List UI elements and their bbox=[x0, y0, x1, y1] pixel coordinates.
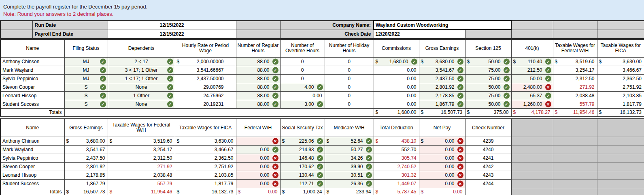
cell-social-security-tax[interactable]: 146.48✓ bbox=[280, 154, 325, 162]
cell-regular-hours[interactable]: 88.00✓ bbox=[236, 91, 280, 100]
cell-commissions[interactable]: $1,680.00✓ bbox=[374, 57, 419, 66]
cell-section-125[interactable]: 50.00✓ bbox=[465, 83, 511, 91]
cell-dependents[interactable]: 1 < 17; 1 Other✓ bbox=[108, 74, 175, 83]
dollar-sign: $ bbox=[110, 138, 113, 144]
cell-dependents[interactable]: 2 < 17✓ bbox=[108, 57, 175, 66]
cell-section-125[interactable]: 75.00✓ bbox=[465, 74, 511, 83]
correct-check-icon: ✓ bbox=[317, 180, 323, 186]
cell-total-deduction[interactable]: $438.10 bbox=[374, 137, 419, 145]
cell-medicare-wh[interactable]: $52.64✓ bbox=[325, 137, 374, 145]
cell-medicare-wh[interactable]: 30.51✓ bbox=[325, 171, 374, 179]
cell-dependents[interactable]: 1 Other✓ bbox=[108, 91, 175, 100]
cell-net-pay[interactable]: 0.00✕ bbox=[419, 171, 465, 179]
cell-net-pay[interactable]: $0.00✕ bbox=[419, 137, 465, 145]
cell-federal-wh[interactable]: ✕ bbox=[236, 137, 280, 145]
cell-gross-earnings[interactable]: 2,178.85✓ bbox=[419, 91, 465, 100]
cell-total-deduction[interactable]: 301.32 bbox=[374, 171, 419, 179]
cell-net-pay[interactable]: $0.00 bbox=[419, 188, 465, 195]
cell-401k[interactable]: 50.00✓ bbox=[511, 74, 553, 83]
run-date-value[interactable]: 12/15/2022 bbox=[108, 21, 236, 30]
cell-value: 3,630.00 bbox=[215, 138, 234, 144]
cell-taxable-wages-federal[interactable]: $11,954.46 bbox=[553, 108, 597, 117]
cell-taxable-wages-federal[interactable]: 271.92 bbox=[553, 83, 597, 91]
cell-filing-status[interactable]: MJ✓ bbox=[64, 74, 108, 83]
cell-401k[interactable]: 1,260.00✕ bbox=[511, 100, 553, 108]
cell-social-security-tax[interactable]: 214.93✓ bbox=[280, 145, 325, 154]
cell-net-pay[interactable]: 0.00✕ bbox=[419, 154, 465, 162]
column-header-gross-earnings: Gross Earnings bbox=[64, 119, 108, 137]
cell-gross-earnings[interactable]: $3,680.00✓ bbox=[419, 57, 465, 66]
cell-federal-wh[interactable]: 0.00✕ bbox=[236, 154, 280, 162]
cell-gross-earnings[interactable]: 3,541.67✓ bbox=[419, 66, 465, 74]
cell-taxable-wages-federal[interactable]: 557.79 bbox=[108, 179, 175, 188]
cell-filing-status[interactable]: MJ✓ bbox=[64, 66, 108, 74]
correct-check-icon: ✓ bbox=[317, 138, 323, 144]
cell-value: 3,466.67 bbox=[623, 67, 642, 73]
cell-section-125[interactable]: 75.00✓ bbox=[465, 91, 511, 100]
cell-medicare-wh[interactable]: 50.27✓ bbox=[325, 145, 374, 154]
cell-section-125[interactable]: 50.00✓ bbox=[465, 100, 511, 108]
cell-net-pay[interactable]: 0.00✕ bbox=[419, 179, 465, 188]
cell-filing-status[interactable]: S✓ bbox=[64, 91, 108, 100]
cell-total-deduction[interactable]: 305.74 bbox=[374, 154, 419, 162]
cell-401k[interactable]: 65.37✓ bbox=[511, 91, 553, 100]
cell-filing-status[interactable]: MJ✓ bbox=[64, 57, 108, 66]
cell-net-pay[interactable]: 0.00✕ bbox=[419, 145, 465, 154]
cell-federal-wh[interactable]: 0.00✕ bbox=[236, 162, 280, 171]
cell-overtime-hours[interactable]: 3.00✓ bbox=[280, 100, 325, 108]
company-name-value[interactable]: Wayland Custom Woodworking bbox=[374, 21, 511, 30]
cell-commissions: 0.00 bbox=[374, 91, 419, 100]
column-header-name: Name bbox=[0, 39, 64, 57]
cell-federal-wh[interactable]: $0.00 bbox=[236, 188, 280, 195]
cell-overtime-hours[interactable]: 4.00✓ bbox=[280, 83, 325, 91]
cell-federal-wh[interactable]: 0.00✕ bbox=[236, 179, 280, 188]
cell-total-deduction[interactable]: 2,740.52 bbox=[374, 162, 419, 171]
cell-total-deduction[interactable]: $5,787.45 bbox=[374, 188, 419, 195]
cell-value: 2,038.48 bbox=[153, 172, 172, 178]
cell-section-125[interactable]: 75.00✓ bbox=[465, 66, 511, 74]
cell-net-pay[interactable]: 0.00✕ bbox=[419, 162, 465, 171]
cell-check-number: 4243 bbox=[465, 171, 511, 179]
cell-regular-hours[interactable]: 88.00✓ bbox=[236, 74, 280, 83]
cell-social-security-tax[interactable]: $225.06✓ bbox=[280, 137, 325, 145]
column-header-taxable-wages-federal: Taxable Wages for Federal W/H bbox=[108, 119, 175, 137]
cell-gross-earnings[interactable]: 1,867.79✓ bbox=[419, 100, 465, 108]
cell-social-security-tax[interactable]: 112.71✓ bbox=[280, 179, 325, 188]
cell-value: 301.32 bbox=[402, 172, 417, 178]
cell-value: 0.00 bbox=[407, 93, 416, 99]
cell-medicare-wh[interactable]: 26.36✓ bbox=[325, 179, 374, 188]
cell-value: 3,254.17 bbox=[153, 147, 172, 152]
cell-401k[interactable]: 2,480.00✕ bbox=[511, 83, 553, 91]
cell-medicare-wh[interactable]: 39.90✓ bbox=[325, 162, 374, 171]
cell-value: 375.00 bbox=[494, 109, 509, 115]
cell-gross-earnings: 1,867.79 bbox=[64, 179, 108, 188]
payroll-end-date-value[interactable]: 12/15/2022 bbox=[108, 30, 236, 39]
cell-medicare-wh[interactable]: 34.26✓ bbox=[325, 154, 374, 162]
cell-dependents[interactable]: None✓ bbox=[108, 83, 175, 91]
cell-total-deduction[interactable]: 1,449.07 bbox=[374, 179, 419, 188]
cell-regular-hours[interactable]: 88.00✓ bbox=[236, 57, 280, 66]
cell-dependents[interactable]: None✓ bbox=[108, 100, 175, 108]
cell-taxable-wages-fica: 2,751.92 bbox=[597, 83, 644, 91]
cell-regular-hours[interactable]: 88.00✓ bbox=[236, 66, 280, 74]
cell-section-125[interactable]: $50.00✓ bbox=[465, 57, 511, 66]
cell-taxable-wages-federal[interactable]: 557.79 bbox=[553, 100, 597, 108]
cell-filing-status[interactable]: S✓ bbox=[64, 83, 108, 91]
cell-dependents[interactable]: 3 < 17; 1 Other✓ bbox=[108, 66, 175, 74]
cell-taxable-wages-federal[interactable]: $11,954.46 bbox=[108, 188, 175, 195]
cell-federal-wh[interactable]: 0.00✕ bbox=[236, 171, 280, 179]
cell-filing-status[interactable]: S✓ bbox=[64, 100, 108, 108]
cell-401k[interactable]: 212.50✓ bbox=[511, 66, 553, 74]
cell-value: 34.26 bbox=[351, 155, 363, 161]
cell-regular-hours[interactable]: 88.00✓ bbox=[236, 100, 280, 108]
check-date-value[interactable]: 12/20/2022 bbox=[374, 30, 465, 39]
cell-gross-earnings[interactable]: 2,801.92✓ bbox=[419, 83, 465, 91]
cell-401k[interactable]: $4,178.27 bbox=[511, 108, 553, 117]
cell-taxable-wages-federal[interactable]: 271.92 bbox=[108, 162, 175, 171]
cell-401k[interactable]: $110.40✓ bbox=[511, 57, 553, 66]
cell-federal-wh[interactable]: 0.00✓ bbox=[236, 145, 280, 154]
cell-social-security-tax[interactable]: 170.62✓ bbox=[280, 162, 325, 171]
cell-social-security-tax[interactable]: 130.44✓ bbox=[280, 171, 325, 179]
cell-gross-earnings[interactable]: 2,437.50✓ bbox=[419, 74, 465, 83]
cell-regular-hours[interactable]: 88.00✓ bbox=[236, 83, 280, 91]
